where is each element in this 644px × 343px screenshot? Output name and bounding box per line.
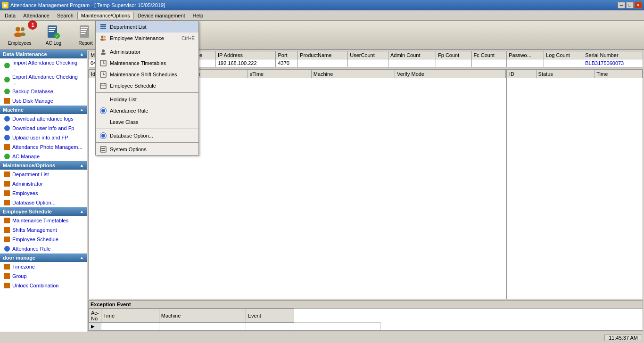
dropdown-item-db-option[interactable]: Database Option...	[96, 130, 198, 141]
dropdown-item-administrator[interactable]: Administrator	[96, 46, 198, 57]
dropdown-item-maint-timetables[interactable]: Maintenance Timetables	[96, 57, 198, 69]
dropdown-item-system-options[interactable]: System Options	[96, 144, 198, 155]
emp-schedule-menu-icon	[99, 82, 107, 90]
dropdown-item-holiday-list[interactable]: Holiday List	[96, 94, 198, 105]
dropdown-label-maint-shift: Maintenance Shift Schedules	[110, 72, 177, 77]
dropdown-item-attendance-rule[interactable]: Attendance Rule	[96, 105, 198, 116]
dropdown-item-emp-maintenance[interactable]: Employee Maintenance Ctrl+E	[96, 33, 198, 44]
svg-point-37	[103, 74, 104, 75]
dropdown-item-dept-list[interactable]: Department List	[96, 21, 198, 33]
svg-rect-44	[101, 150, 105, 151]
dept-list-menu-icon	[99, 23, 107, 31]
svg-point-28	[102, 49, 105, 52]
system-options-menu-icon	[99, 146, 107, 153]
svg-point-24	[101, 36, 104, 38]
dropdown-separator-2	[96, 92, 198, 93]
db-option-menu-icon	[99, 132, 107, 139]
svg-rect-43	[101, 148, 105, 149]
svg-rect-23	[100, 28, 106, 29]
dropdown-separator-1	[96, 45, 198, 45]
svg-point-27	[103, 39, 106, 41]
dropdown-shortcut-emp-maintenance: Ctrl+E	[182, 36, 195, 41]
dropdown-label-emp-schedule: Employee Schedule	[110, 83, 156, 89]
dropdown-separator-3	[96, 129, 198, 129]
maint-shift-menu-icon	[99, 71, 107, 78]
leave-class-menu-icon	[99, 118, 107, 126]
dropdown-label-admin: Administrator	[110, 49, 140, 55]
svg-point-33	[103, 63, 104, 64]
dropdown-label-holiday: Holiday List	[110, 97, 137, 102]
svg-rect-21	[100, 24, 106, 25]
svg-point-29	[101, 53, 106, 55]
emp-maintenance-menu-icon	[99, 34, 107, 42]
holiday-list-menu-icon	[99, 96, 107, 103]
dropdown-label-dept-list: Department List	[110, 24, 147, 30]
dropdown-item-emp-schedule[interactable]: Employee Schedule	[96, 80, 198, 91]
maintenance-dropdown-menu: Department List Employee Maintenance Ctr…	[95, 21, 199, 155]
dropdown-label-maint-timetables: Maintenance Timetables	[110, 60, 166, 66]
dropdown-label-att-rule: Attendance Rule	[110, 108, 148, 114]
svg-rect-38	[100, 83, 106, 89]
maint-timetables-menu-icon	[99, 59, 107, 67]
dropdown-label-emp-maintenance: Employee Maintenance	[110, 35, 164, 41]
attendance-rule-menu-icon	[99, 107, 107, 114]
svg-point-26	[104, 36, 106, 38]
administrator-menu-icon	[99, 48, 107, 56]
dropdown-label-leave-class: Leave Class	[110, 119, 139, 125]
svg-rect-22	[100, 26, 106, 27]
dropdown-item-maint-shift[interactable]: Maintenance Shift Schedules	[96, 69, 198, 80]
dropdown-separator-4	[96, 142, 198, 143]
dropdown-label-system-options: System Options	[110, 147, 147, 152]
dropdown-label-db-option: Database Option...	[110, 133, 153, 139]
svg-rect-42	[100, 147, 106, 152]
dropdown-item-leave-class[interactable]: Leave Class	[96, 116, 198, 128]
